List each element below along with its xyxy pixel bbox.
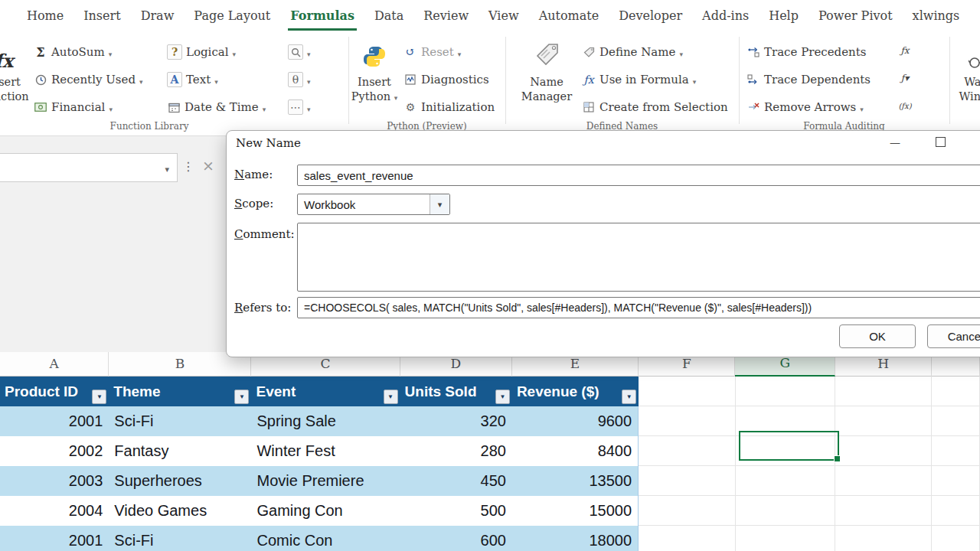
ribbon-tab[interactable]: Automate [529, 0, 609, 31]
empty-cell[interactable] [639, 526, 735, 551]
initialization-button[interactable]: Initialization [403, 96, 495, 118]
insert-python-button[interactable]: Insert Python [350, 38, 399, 119]
filter-dropdown-button[interactable] [92, 390, 106, 404]
empty-cell[interactable] [835, 436, 932, 466]
cell-units-sold[interactable]: 320 [400, 406, 512, 436]
table-header-cell[interactable]: Event [251, 377, 400, 406]
cell-event[interactable]: Gaming Con [251, 496, 400, 526]
cell-theme[interactable]: Sci-Fi [109, 526, 251, 551]
ribbon-tab[interactable]: Formulas [280, 0, 364, 31]
show-formulas-button[interactable] [896, 41, 914, 60]
empty-cell[interactable] [932, 496, 980, 526]
cell-revenue[interactable]: 8400 [512, 436, 639, 466]
cancel-button[interactable]: Cancel [927, 324, 980, 348]
error-checking-button[interactable] [896, 69, 914, 87]
cell-event[interactable]: Comic Con [251, 526, 400, 551]
empty-cell[interactable] [932, 466, 980, 496]
empty-cell[interactable] [932, 406, 980, 436]
cell-units-sold[interactable]: 500 [400, 496, 512, 526]
evaluate-formula-button[interactable] [896, 96, 914, 115]
diagnostics-button[interactable]: Diagnostics [403, 69, 489, 90]
cell-revenue[interactable]: 13500 [512, 466, 639, 496]
cell-revenue[interactable]: 9600 [512, 406, 639, 436]
cell-product-id[interactable]: 2004 [0, 496, 109, 526]
financial-button[interactable]: Financial [34, 96, 113, 118]
ribbon-tab[interactable]: Draw [131, 0, 185, 31]
scope-select[interactable]: Workbook [297, 194, 450, 215]
ribbon-tab[interactable]: Page Layout [184, 0, 280, 31]
ribbon-tab[interactable]: xlwings [903, 0, 970, 31]
table-header-cell[interactable]: Theme [109, 377, 251, 406]
dialog-minimize-button[interactable] [887, 134, 903, 151]
selected-cell[interactable] [739, 431, 839, 461]
column-header[interactable]: A [0, 352, 109, 377]
math-trig-button[interactable] [288, 69, 311, 90]
cell-units-sold[interactable]: 450 [400, 466, 512, 496]
ribbon-tab[interactable]: Developer [609, 0, 692, 31]
ok-button[interactable]: OK [839, 324, 916, 348]
autosum-button[interactable]: AutoSum [34, 41, 112, 63]
cell-event[interactable]: Movie Premiere [251, 466, 400, 496]
cell-product-id[interactable]: 2001 [0, 526, 109, 551]
empty-cell[interactable] [736, 526, 835, 551]
cell-event[interactable]: Spring Sale [251, 406, 400, 436]
ribbon-tab[interactable]: Review [413, 0, 479, 31]
cancel-entry-icon[interactable] [202, 157, 214, 174]
name-box[interactable] [0, 153, 178, 182]
cell-product-id[interactable]: 2001 [0, 406, 109, 436]
cell-units-sold[interactable]: 280 [400, 436, 512, 466]
filter-dropdown-button[interactable] [384, 390, 398, 404]
empty-cell[interactable] [835, 496, 932, 526]
text-button[interactable]: Text [167, 69, 218, 90]
refers-to-input[interactable] [297, 297, 980, 318]
remove-arrows-button[interactable]: Remove Arrows [746, 96, 864, 118]
ribbon-tab[interactable]: View [479, 0, 529, 31]
cell-units-sold[interactable]: 600 [400, 526, 512, 551]
cell-theme[interactable]: Superheroes [109, 466, 251, 496]
cell-product-id[interactable]: 2003 [0, 466, 109, 496]
name-manager-button[interactable]: Name Manager [518, 38, 576, 119]
trace-dependents-button[interactable]: Trace Dependents [746, 69, 871, 90]
chevron-down-icon[interactable] [430, 194, 449, 214]
empty-cell[interactable] [639, 377, 735, 406]
logical-button[interactable]: Logical [167, 41, 236, 63]
empty-cell[interactable] [835, 406, 932, 436]
filter-dropdown-button[interactable] [622, 390, 636, 404]
name-input[interactable] [297, 165, 980, 186]
recently-used-button[interactable]: Recently Used [34, 69, 143, 90]
define-name-button[interactable]: Define Name [582, 41, 683, 63]
use-in-formula-button[interactable]: ƒx Use in Formula [582, 69, 696, 90]
ribbon-tab[interactable]: Help [759, 0, 808, 31]
cell-revenue[interactable]: 15000 [512, 496, 639, 526]
cell-revenue[interactable]: 18000 [512, 526, 639, 551]
empty-cell[interactable] [639, 466, 735, 496]
empty-cell[interactable] [736, 496, 835, 526]
cell-event[interactable]: Winter Fest [251, 436, 400, 466]
table-header-cell[interactable]: Units Sold [400, 377, 512, 406]
empty-cell[interactable] [639, 406, 735, 436]
comment-textarea[interactable] [297, 223, 980, 292]
table-header-cell[interactable]: Revenue ($) [512, 377, 639, 406]
trace-precedents-button[interactable]: Trace Precedents [746, 41, 866, 63]
empty-cell[interactable] [835, 466, 932, 496]
cell-theme[interactable]: Video Games [109, 496, 251, 526]
cell-theme[interactable]: Sci-Fi [109, 406, 251, 436]
filter-dropdown-button[interactable] [495, 390, 510, 404]
ribbon-tab[interactable]: Add-ins [692, 0, 759, 31]
ribbon-tab[interactable]: Home [17, 0, 74, 31]
empty-cell[interactable] [835, 377, 932, 406]
date-time-button[interactable]: Date & Time [167, 96, 266, 118]
empty-cell[interactable] [639, 496, 735, 526]
more-functions-button[interactable] [288, 96, 311, 118]
cell-product-id[interactable]: 2002 [0, 436, 109, 466]
empty-cell[interactable] [736, 466, 835, 496]
dialog-maximize-button[interactable] [936, 137, 946, 147]
filter-dropdown-button[interactable] [234, 390, 249, 404]
empty-cell[interactable] [639, 436, 735, 466]
watch-window-button[interactable]: Watch Window [952, 38, 980, 119]
empty-cell[interactable] [932, 436, 980, 466]
create-from-selection-button[interactable]: Create from Selection [582, 96, 728, 118]
empty-cell[interactable] [736, 377, 835, 406]
ribbon-tab[interactable]: Data [364, 0, 413, 31]
empty-cell[interactable] [835, 526, 932, 551]
